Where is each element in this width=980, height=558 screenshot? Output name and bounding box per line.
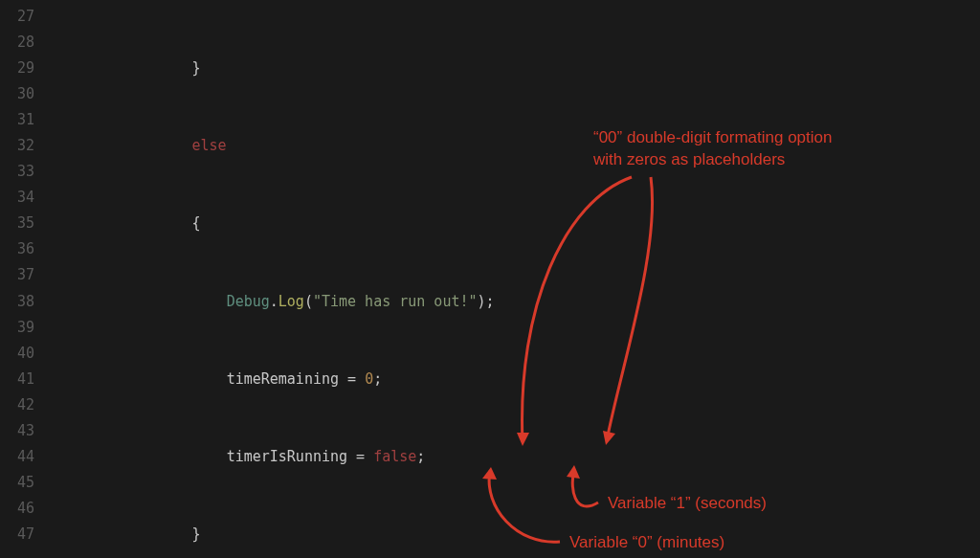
code-line: { [42, 211, 980, 236]
line-number: 43 [0, 418, 34, 444]
line-number: 46 [0, 496, 34, 522]
line-number: 38 [0, 289, 34, 315]
code-line: Debug.Log("Time has run out!"); [42, 289, 980, 315]
line-number: 37 [0, 262, 34, 288]
line-number: 29 [0, 56, 34, 81]
line-number: 34 [0, 185, 34, 211]
line-number: 30 [0, 81, 34, 107]
line-number: 45 [0, 470, 34, 496]
code-line: timerIsRunning = false; [42, 444, 980, 470]
line-number: 39 [0, 315, 34, 341]
line-number: 33 [0, 159, 34, 185]
line-number: 40 [0, 341, 34, 367]
line-number: 42 [0, 392, 34, 418]
code-line: else [42, 133, 980, 159]
line-number: 47 [0, 522, 34, 547]
line-number: 27 [0, 4, 34, 30]
code-line: } [42, 522, 980, 547]
line-number: 44 [0, 444, 34, 470]
line-number: 31 [0, 107, 34, 133]
code-editor[interactable]: 27 28 29 30 31 32 33 34 35 36 37 38 39 4… [0, 0, 980, 558]
code-line: } [42, 56, 980, 81]
code-area[interactable]: } else { Debug.Log("Time has run out!");… [42, 0, 980, 558]
line-number: 28 [0, 30, 34, 56]
line-number: 32 [0, 133, 34, 159]
code-line: timeRemaining = 0; [42, 367, 980, 392]
line-number: 41 [0, 367, 34, 392]
line-number: 35 [0, 211, 34, 236]
line-number-gutter: 27 28 29 30 31 32 33 34 35 36 37 38 39 4… [0, 0, 42, 558]
line-number: 36 [0, 236, 34, 262]
